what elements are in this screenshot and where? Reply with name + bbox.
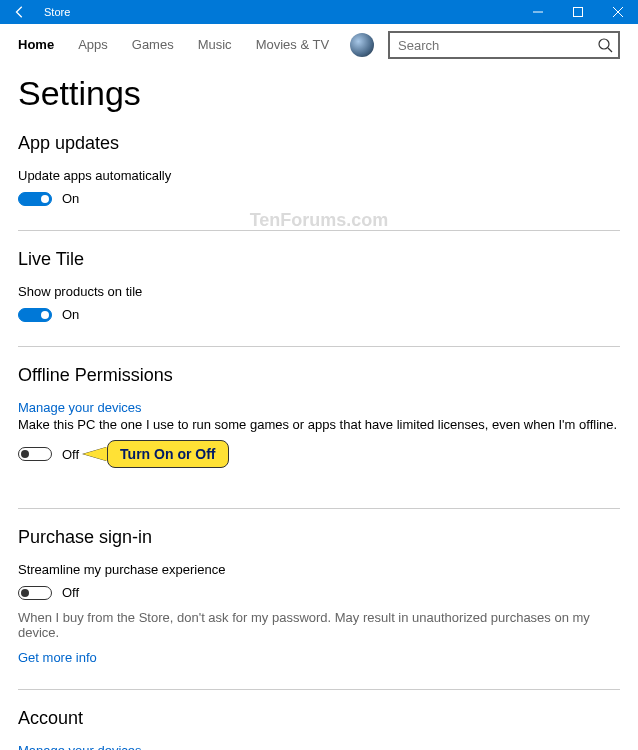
section-app-updates-title: App updates — [18, 133, 620, 154]
tab-home[interactable]: Home — [18, 24, 63, 66]
search-box[interactable] — [388, 31, 620, 59]
purchase-more-info-link[interactable]: Get more info — [18, 650, 97, 665]
app-title: Store — [40, 6, 518, 18]
offline-manage-devices-link[interactable]: Manage your devices — [18, 400, 142, 415]
svg-point-4 — [599, 39, 609, 49]
live-tile-toggle[interactable] — [18, 308, 52, 322]
avatar[interactable] — [350, 33, 374, 57]
tab-movies-tv[interactable]: Movies & TV — [247, 24, 338, 66]
title-bar: Store — [0, 0, 638, 24]
section-account-title: Account — [18, 708, 620, 729]
purchase-label: Streamline my purchase experience — [18, 562, 620, 577]
live-tile-label: Show products on tile — [18, 284, 620, 299]
callout-text: Turn On or Off — [107, 440, 228, 468]
tab-apps[interactable]: Apps — [69, 24, 117, 66]
purchase-help: When I buy from the Store, don't ask for… — [18, 610, 620, 640]
svg-rect-1 — [574, 8, 583, 17]
section-live-tile-title: Live Tile — [18, 249, 620, 270]
purchase-toggle[interactable] — [18, 586, 52, 600]
tab-games[interactable]: Games — [123, 24, 183, 66]
search-icon[interactable] — [597, 37, 613, 53]
content: Settings App updates Update apps automat… — [0, 74, 638, 750]
offline-toggle[interactable] — [18, 447, 52, 461]
back-button[interactable] — [0, 0, 40, 24]
offline-description: Make this PC the one I use to run some g… — [18, 417, 620, 432]
divider — [18, 689, 620, 690]
svg-line-5 — [608, 48, 612, 52]
maximize-button[interactable] — [558, 0, 598, 24]
divider — [18, 230, 620, 231]
divider — [18, 346, 620, 347]
divider — [18, 508, 620, 509]
offline-state: Off — [62, 447, 79, 462]
minimize-button[interactable] — [518, 0, 558, 24]
top-nav: Home Apps Games Music Movies & TV — [0, 24, 638, 66]
app-updates-label: Update apps automatically — [18, 168, 620, 183]
window-controls — [518, 0, 638, 24]
page-title: Settings — [18, 74, 620, 113]
app-updates-state: On — [62, 191, 79, 206]
callout-annotation: Turn On or Off — [107, 440, 228, 468]
search-input[interactable] — [390, 33, 618, 57]
close-button[interactable] — [598, 0, 638, 24]
tab-music[interactable]: Music — [189, 24, 241, 66]
app-updates-toggle[interactable] — [18, 192, 52, 206]
live-tile-state: On — [62, 307, 79, 322]
account-manage-devices-link[interactable]: Manage your devices — [18, 743, 142, 750]
purchase-state: Off — [62, 585, 79, 600]
section-purchase-title: Purchase sign-in — [18, 527, 620, 548]
section-offline-title: Offline Permissions — [18, 365, 620, 386]
